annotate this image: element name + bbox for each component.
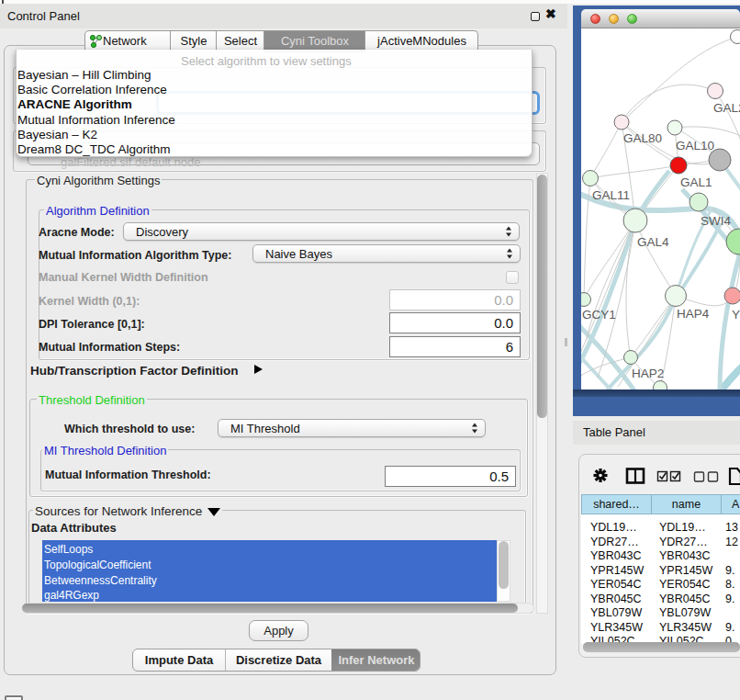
svg-text:GCY1: GCY1 xyxy=(582,308,616,322)
svg-text:GAL1: GAL1 xyxy=(680,175,712,189)
svg-text:GAL80: GAL80 xyxy=(623,131,662,145)
svg-text:GAL4: GAL4 xyxy=(637,235,669,249)
svg-text:Y: Y xyxy=(732,308,740,322)
svg-text:GAL10: GAL10 xyxy=(676,139,714,152)
svg-text:GAL2: GAL2 xyxy=(713,101,740,115)
svg-text:SWI4: SWI4 xyxy=(701,214,731,228)
svg-text:GAL11: GAL11 xyxy=(592,188,630,202)
svg-text:HAP4: HAP4 xyxy=(677,307,710,321)
svg-text:HAP2: HAP2 xyxy=(632,367,664,380)
